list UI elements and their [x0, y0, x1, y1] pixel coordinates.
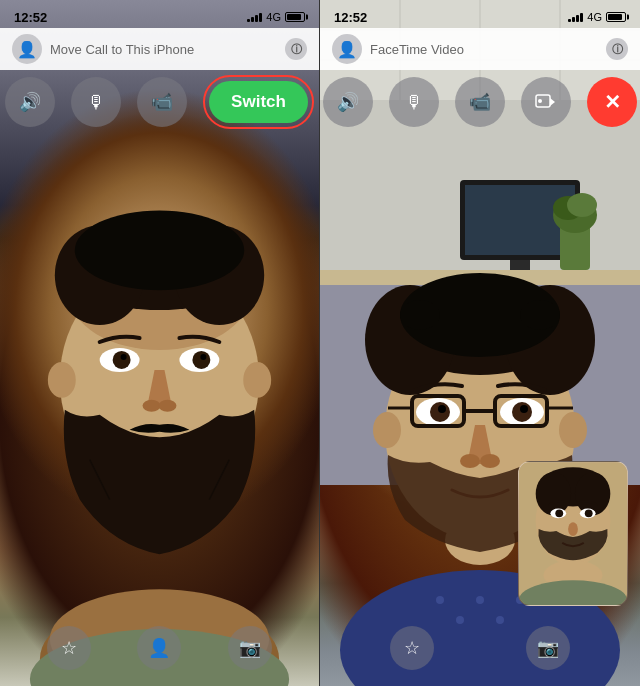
right-call-label: FaceTime Video — [370, 42, 598, 57]
right-star-button[interactable]: ☆ — [390, 626, 434, 670]
svg-point-18 — [159, 400, 177, 412]
left-avatar-icon: 👤 — [17, 40, 37, 59]
svg-point-10 — [243, 362, 271, 398]
right-bottom-bar: ☆ 📷 — [320, 626, 640, 670]
svg-point-33 — [567, 193, 597, 217]
right-status-icons: 4G — [568, 11, 626, 23]
right-mute-button[interactable]: 🎙 — [389, 77, 439, 127]
left-bottom-bar: ☆ 👤 📷 — [0, 626, 319, 670]
pip-svg — [519, 462, 627, 605]
svg-point-57 — [520, 405, 528, 413]
svg-point-69 — [575, 472, 610, 515]
right-phone-screen: 12:52 4G 👤 FaceTime Video ⓘ 🔊 🎙 — [320, 0, 640, 686]
switch-button[interactable]: Switch — [209, 81, 308, 123]
pip-window — [518, 461, 628, 606]
right-camera-icon: 📹 — [469, 91, 491, 113]
left-battery — [285, 12, 305, 22]
svg-point-48 — [400, 300, 440, 330]
right-call-info: 👤 FaceTime Video ⓘ — [320, 28, 640, 70]
right-avatar-icon: 👤 — [337, 40, 357, 59]
svg-point-68 — [536, 472, 571, 515]
left-status-icons: 4G — [247, 11, 305, 23]
right-battery — [606, 12, 626, 22]
left-battery-fill — [287, 14, 301, 20]
left-call-label: Move Call to This iPhone — [50, 42, 277, 57]
right-signal-bar-3 — [576, 15, 579, 22]
left-camera-button[interactable]: 📹 — [137, 77, 187, 127]
right-avatar: 👤 — [332, 34, 362, 64]
right-battery-fill — [608, 14, 622, 20]
right-photo-icon: 📷 — [537, 637, 559, 659]
svg-point-64 — [480, 454, 500, 468]
left-mute-icon: 🎙 — [87, 92, 105, 113]
signal-bar-2 — [251, 17, 254, 22]
right-network: 4G — [587, 11, 602, 23]
svg-point-79 — [538, 99, 542, 103]
svg-point-72 — [555, 509, 563, 517]
end-call-icon: ✕ — [604, 90, 621, 114]
left-call-info: 👤 Move Call to This iPhone ⓘ — [0, 28, 319, 70]
right-speaker-icon: 🔊 — [337, 91, 359, 113]
left-status-bar: 12:52 4G — [0, 0, 319, 28]
right-star-icon: ☆ — [404, 637, 420, 659]
left-network: 4G — [266, 11, 281, 23]
right-signal-bars — [568, 12, 583, 22]
svg-point-51 — [559, 412, 587, 448]
svg-point-37 — [436, 596, 444, 604]
svg-point-74 — [568, 522, 578, 536]
left-controls-bar: 🔊 🎙 📹 Switch — [0, 70, 319, 134]
left-info-button[interactable]: ⓘ — [285, 38, 307, 60]
left-signal-bars — [247, 12, 262, 22]
svg-point-56 — [438, 405, 446, 413]
left-phone-screen: 12:52 4G 👤 Move Call to This iPhone ⓘ 🔊 — [0, 0, 320, 686]
left-photo-button[interactable]: 📷 — [228, 626, 272, 670]
right-photo-button[interactable]: 📷 — [526, 626, 570, 670]
right-signal-bar-2 — [572, 17, 575, 22]
end-call-button[interactable]: ✕ — [587, 77, 637, 127]
svg-point-50 — [373, 412, 401, 448]
right-flip-button[interactable] — [521, 77, 571, 127]
svg-point-38 — [456, 616, 464, 624]
right-status-bar: 12:52 4G — [320, 0, 640, 28]
svg-point-9 — [48, 362, 76, 398]
svg-point-40 — [496, 616, 504, 624]
right-signal-bar-4 — [580, 13, 583, 22]
svg-point-17 — [143, 400, 161, 412]
right-camera-button[interactable]: 📹 — [455, 77, 505, 127]
right-time: 12:52 — [334, 10, 367, 25]
left-time: 12:52 — [14, 10, 47, 25]
signal-bar-3 — [255, 15, 258, 22]
left-avatar: 👤 — [12, 34, 42, 64]
left-contacts-button[interactable]: 👤 — [137, 626, 181, 670]
left-photo-icon: 📷 — [239, 637, 261, 659]
signal-bar-1 — [247, 19, 250, 22]
left-mute-button[interactable]: 🎙 — [71, 77, 121, 127]
left-speaker-button[interactable]: 🔊 — [5, 77, 55, 127]
left-contacts-icon: 👤 — [148, 637, 170, 659]
signal-bar-4 — [259, 13, 262, 22]
svg-marker-78 — [550, 98, 555, 106]
svg-point-16 — [200, 354, 206, 360]
svg-point-14 — [192, 351, 210, 369]
right-info-button[interactable]: ⓘ — [606, 38, 628, 60]
svg-point-15 — [121, 354, 127, 360]
right-mute-icon: 🎙 — [405, 92, 423, 113]
left-star-button[interactable]: ☆ — [47, 626, 91, 670]
right-signal-bar-1 — [568, 19, 571, 22]
svg-point-39 — [476, 596, 484, 604]
svg-point-49 — [520, 300, 560, 330]
right-speaker-button[interactable]: 🔊 — [323, 77, 373, 127]
svg-point-63 — [460, 454, 480, 468]
right-controls-bar: 🔊 🎙 📹 ✕ — [320, 70, 640, 134]
left-camera-icon: 📹 — [151, 91, 173, 113]
svg-point-13 — [113, 351, 131, 369]
right-flip-icon — [535, 91, 557, 113]
left-star-icon: ☆ — [61, 637, 77, 659]
svg-point-8 — [75, 210, 244, 290]
left-speaker-icon: 🔊 — [19, 91, 41, 113]
svg-point-73 — [585, 509, 593, 517]
switch-button-outline: Switch — [203, 75, 314, 129]
